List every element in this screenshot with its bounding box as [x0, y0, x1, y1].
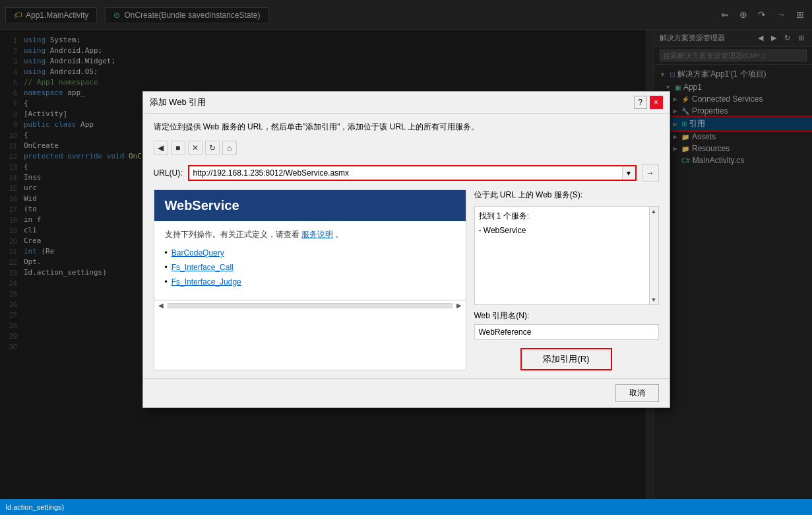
scroll-right-btn[interactable]: ▶ [454, 302, 464, 309]
add-web-reference-dialog: 添加 Web 引用 ? × 请定位到提供 Web 服务的 URL，然后单击"添加… [142, 91, 670, 408]
webref-label: Web 引用名(N): [474, 310, 659, 322]
dialog-title-buttons: ? × [634, 96, 663, 109]
method-link-fs-interface-judge[interactable]: Fs_Interface_Judge [172, 277, 241, 287]
services-panel: 位于此 URL 上的 Web 服务(S): 找到 1 个服务: - WebSer… [474, 189, 659, 370]
nav-back-button[interactable]: ◀ [154, 141, 168, 155]
url-dropdown-button[interactable]: ▼ [622, 166, 635, 180]
ws-method-barcode: • BarCodeQuery [165, 248, 455, 258]
url-input-wrap: ▼ [188, 165, 637, 181]
url-go-button[interactable]: → [642, 164, 659, 182]
dialog-navigation-toolbar: ◀ ■ ✕ ↻ ⌂ [154, 141, 659, 155]
dialog-help-button[interactable]: ? [634, 96, 647, 109]
nav-refresh-button[interactable]: ↻ [205, 141, 220, 155]
dialog-title: 添加 Web 引用 [150, 96, 206, 108]
bullet-1: • [165, 248, 168, 258]
dialog-title-bar: 添加 Web 引用 ? × [143, 92, 670, 114]
add-reference-button[interactable]: 添加引用(R) [520, 348, 611, 370]
ws-method-fs-interface-call: • Fs_Interface_Call [165, 263, 455, 272]
dialog-instruction: 请定位到提供 Web 服务的 URL，然后单击"添加引用"，添加位于该 URL … [154, 121, 659, 133]
services-scroll-up[interactable]: ▲ [650, 207, 658, 216]
ws-body: 支持下列操作。有关正式定义，请查看 服务说明 。 • BarCodeQuery … [154, 221, 466, 300]
scroll-left-btn[interactable]: ◀ [156, 302, 166, 309]
bullet-3: • [165, 277, 168, 287]
scroll-track[interactable] [168, 303, 453, 308]
dialog-main-content: WebService 支持下列操作。有关正式定义，请查看 服务说明 。 • Ba… [154, 189, 659, 370]
dialog-body: 请定位到提供 Web 服务的 URL，然后单击"添加引用"，添加位于该 URL … [143, 114, 670, 378]
dialog-overlay: 添加 Web 引用 ? × 请定位到提供 Web 服务的 URL，然后单击"添加… [0, 0, 812, 499]
services-found-text: 找到 1 个服务: [479, 211, 654, 222]
nav-stop-button[interactable]: ■ [171, 141, 185, 155]
ws-header: WebService [154, 190, 466, 221]
webservice-panel: WebService 支持下列操作。有关正式定义，请查看 服务说明 。 • Ba… [154, 189, 466, 370]
url-row: URL(U): ▼ → [154, 164, 659, 182]
webref-input[interactable] [474, 324, 659, 340]
services-list-scrollbar[interactable]: ▲ ▼ [649, 207, 658, 304]
webreference-section: Web 引用名(N): [474, 310, 659, 340]
service-entry-webservice: - WebService [479, 226, 654, 235]
ws-desc-suffix: 。 [335, 230, 343, 239]
ws-description: 支持下列操作。有关正式定义，请查看 服务说明 。 [165, 229, 455, 240]
cancel-button[interactable]: 取消 [615, 384, 659, 402]
add-reference-button-wrap: 添加引用(R) [474, 348, 659, 370]
status-bar: Id.action_settings) [0, 499, 812, 515]
status-text: Id.action_settings) [5, 503, 64, 511]
dialog-close-button[interactable]: × [650, 96, 663, 109]
services-scroll-down[interactable]: ▼ [650, 295, 658, 304]
ws-method-fs-interface-judge: • Fs_Interface_Judge [165, 277, 455, 287]
url-label: URL(U): [154, 168, 183, 178]
bullet-2: • [165, 263, 168, 272]
url-input[interactable] [189, 166, 622, 180]
dialog-footer: 取消 [143, 378, 670, 407]
services-label: 位于此 URL 上的 Web 服务(S): [474, 189, 659, 201]
horizontal-scrollbar[interactable]: ◀ ▶ [154, 300, 466, 310]
nav-close-button[interactable]: ✕ [188, 141, 203, 155]
nav-home-button[interactable]: ⌂ [222, 141, 237, 155]
method-link-fs-interface-call[interactable]: Fs_Interface_Call [172, 263, 234, 272]
method-link-barcode[interactable]: BarCodeQuery [172, 248, 224, 258]
ws-service-desc-link[interactable]: 服务说明 [301, 230, 333, 239]
ws-desc-text: 支持下列操作。有关正式定义，请查看 [165, 230, 299, 239]
services-list: 找到 1 个服务: - WebService ▲ ▼ [474, 206, 659, 305]
